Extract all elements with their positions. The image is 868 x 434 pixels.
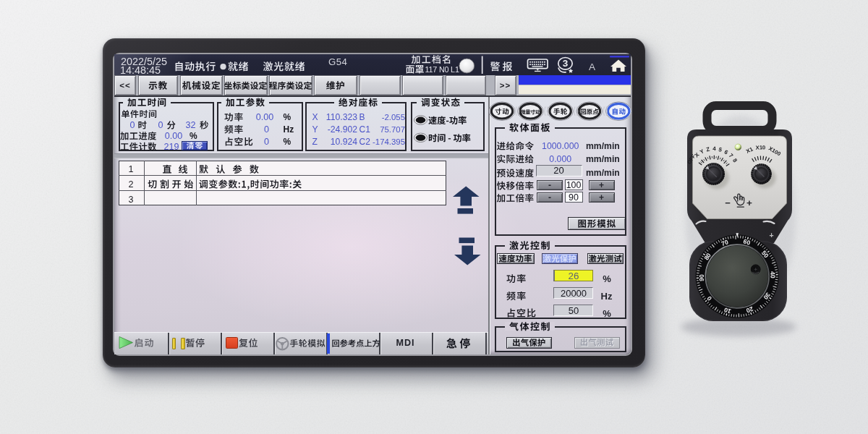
svg-text:-24.902: -24.902 — [328, 124, 358, 135]
svg-text:32: 32 — [185, 120, 195, 130]
svg-text:10.924: 10.924 — [331, 137, 357, 147]
svg-text:110.323: 110.323 — [326, 112, 357, 122]
svg-text:26: 26 — [569, 271, 579, 281]
svg-text:Hz: Hz — [284, 124, 294, 135]
svg-text:Y: Y — [312, 124, 318, 135]
svg-text:mm/min: mm/min — [586, 168, 620, 178]
svg-text:+: + — [599, 180, 604, 190]
svg-text:mm/min: mm/min — [586, 154, 620, 164]
svg-text:>>: >> — [500, 81, 511, 90]
svg-text:100: 100 — [566, 180, 582, 190]
svg-text:G54: G54 — [328, 56, 347, 67]
svg-text:20: 20 — [553, 165, 563, 176]
svg-text:-: - — [548, 192, 551, 203]
svg-text:%: % — [603, 308, 611, 319]
svg-text:1000.000: 1000.000 — [542, 141, 579, 151]
svg-text:X10: X10 — [756, 144, 766, 150]
svg-text:0: 0 — [264, 124, 269, 135]
svg-text:0.000: 0.000 — [549, 154, 571, 164]
svg-text:3: 3 — [128, 195, 133, 205]
svg-text:50: 50 — [569, 305, 579, 316]
svg-text:MDI: MDI — [396, 338, 414, 348]
svg-text:-2.055: -2.055 — [382, 113, 405, 122]
svg-text:−: − — [725, 197, 731, 208]
svg-text:75.707: 75.707 — [380, 125, 405, 134]
svg-text:%: % — [284, 137, 292, 147]
svg-text:90: 90 — [569, 192, 579, 203]
svg-text:0: 0 — [158, 120, 163, 130]
svg-text:%: % — [190, 131, 197, 141]
svg-text:0: 0 — [129, 120, 135, 130]
svg-text:B: B — [359, 112, 365, 122]
svg-text:X: X — [312, 112, 318, 122]
svg-text:20000: 20000 — [561, 288, 587, 299]
svg-text:-174.395: -174.395 — [373, 137, 405, 146]
svg-text:0.00: 0.00 — [256, 112, 274, 122]
svg-text:Z: Z — [312, 137, 318, 147]
svg-text:0: 0 — [264, 137, 269, 147]
svg-text:219: 219 — [163, 142, 179, 152]
svg-text:mm/min: mm/min — [586, 141, 620, 151]
svg-text:14:48:45: 14:48:45 — [120, 64, 161, 76]
svg-text:C2: C2 — [359, 137, 371, 147]
svg-text:40: 40 — [769, 271, 776, 278]
svg-text:+: + — [769, 231, 773, 239]
svg-text:%: % — [603, 273, 611, 284]
svg-text:C1: C1 — [359, 124, 371, 135]
svg-text:1: 1 — [128, 164, 133, 174]
svg-text:+: + — [599, 192, 604, 203]
svg-text:3: 3 — [563, 58, 569, 69]
svg-text:%: % — [284, 112, 292, 122]
svg-text:2: 2 — [128, 179, 133, 190]
svg-text:90: 90 — [698, 274, 705, 281]
svg-text:+: + — [746, 197, 752, 208]
svg-text:0.00: 0.00 — [165, 131, 183, 141]
svg-text:<<: << — [119, 81, 130, 90]
svg-text:117 N0 L1: 117 N0 L1 — [425, 65, 459, 74]
svg-text:A: A — [589, 61, 595, 72]
svg-text:Hz: Hz — [601, 291, 613, 302]
svg-text:-: - — [548, 180, 551, 190]
